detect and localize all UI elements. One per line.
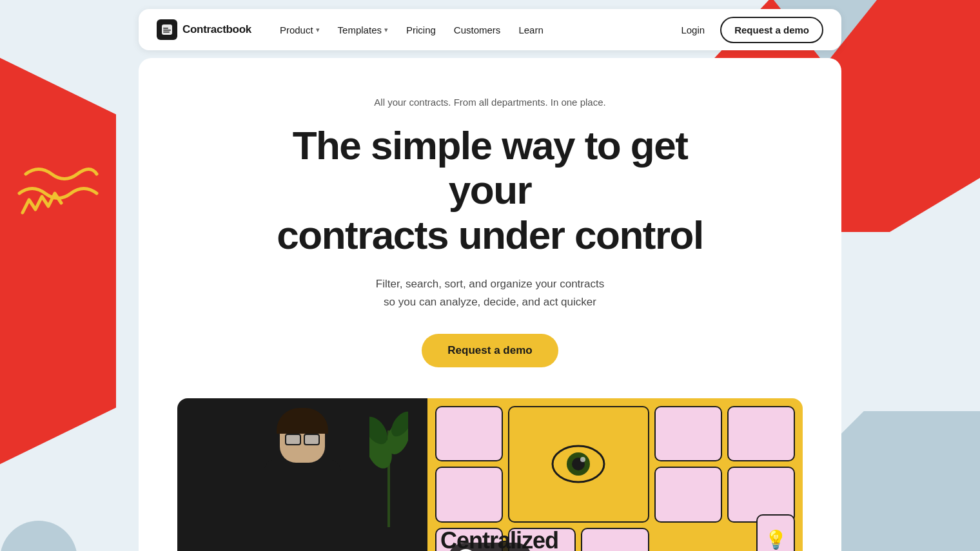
glass-left xyxy=(285,434,301,445)
grid-cell-4 xyxy=(727,406,795,462)
glass-right xyxy=(304,434,320,445)
navbar: Contractbook Product ▾ Templates ▾ Prici… xyxy=(139,9,841,50)
grid-cell-10 xyxy=(581,528,649,551)
logo[interactable]: Contractbook xyxy=(157,19,251,40)
hero-title-line1: The simple way to get your xyxy=(293,123,688,212)
play-button[interactable]: Play 1:38 xyxy=(448,543,533,551)
svg-point-12 xyxy=(580,457,585,462)
hero-subtitle-line2: so you can analyze, decide, and act quic… xyxy=(384,296,596,308)
grid-cell-eye xyxy=(508,406,649,523)
svg-rect-1 xyxy=(163,28,168,29)
nav-templates-label: Templates xyxy=(338,24,382,35)
hero-cta-button[interactable]: Request a demo xyxy=(422,334,558,367)
nav-customers-label: Customers xyxy=(454,24,501,35)
person-head xyxy=(280,411,325,463)
video-left-panel xyxy=(177,398,427,551)
templates-chevron-icon: ▾ xyxy=(384,26,388,34)
hero-section: All your contracts. From all departments… xyxy=(139,58,841,551)
nav-item-customers[interactable]: Customers xyxy=(446,19,509,41)
product-chevron-icon: ▾ xyxy=(316,26,320,34)
nav-item-templates[interactable]: Templates ▾ xyxy=(330,19,396,41)
logo-text: Contractbook xyxy=(182,23,251,36)
person-glasses xyxy=(285,434,320,445)
nav-item-pricing[interactable]: Pricing xyxy=(398,19,444,41)
hero-subtitle-line1: Filter, search, sort, and organize your … xyxy=(376,278,604,290)
video-thumbnail: Centralized & Dynamic 💡 Play 1:38 xyxy=(177,398,803,551)
eye-icon xyxy=(549,441,607,487)
video-right-panel: Centralized & Dynamic 💡 xyxy=(427,398,803,551)
hero-title: The simple way to get your contracts und… xyxy=(264,123,716,257)
svg-rect-3 xyxy=(163,32,170,33)
navbar-right: Login Request a demo xyxy=(673,17,823,43)
lightbulb-cell: 💡 xyxy=(756,514,795,551)
nav-pricing-label: Pricing xyxy=(406,24,436,35)
navbar-demo-button[interactable]: Request a demo xyxy=(720,17,823,43)
nav-product-label: Product xyxy=(280,24,313,35)
page-content: Contractbook Product ▾ Templates ▾ Prici… xyxy=(0,0,980,551)
grid-cell-3 xyxy=(654,406,722,462)
plant-decoration xyxy=(369,398,408,527)
grid-cell-1 xyxy=(435,406,503,462)
nav-links: Product ▾ Templates ▾ Pricing Customers … xyxy=(272,19,551,41)
person-hair xyxy=(277,408,328,434)
hero-title-line2: contracts under control xyxy=(277,213,703,257)
svg-rect-2 xyxy=(163,30,171,31)
navbar-left: Contractbook Product ▾ Templates ▾ Prici… xyxy=(157,19,551,41)
hero-subtitle: Filter, search, sort, and organize your … xyxy=(376,275,604,310)
logo-icon xyxy=(157,19,177,40)
nav-item-learn[interactable]: Learn xyxy=(511,19,551,41)
nav-item-product[interactable]: Product ▾ xyxy=(272,19,328,41)
grid-cell-5 xyxy=(435,467,503,523)
person-face xyxy=(264,411,341,543)
logo-svg xyxy=(161,23,173,36)
login-button[interactable]: Login xyxy=(673,19,712,41)
person-body xyxy=(264,459,341,543)
nav-learn-label: Learn xyxy=(518,24,543,35)
grid-cell-6 xyxy=(654,467,722,523)
hero-eyebrow: All your contracts. From all departments… xyxy=(374,97,605,108)
